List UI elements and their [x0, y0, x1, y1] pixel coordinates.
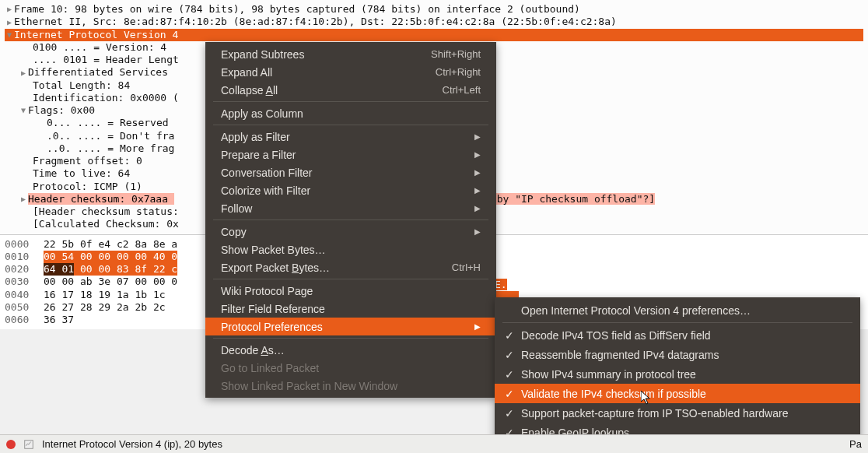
- collapse-icon: ▼: [19, 106, 28, 116]
- submenu-decode-tos[interactable]: ✓Decode IPv4 TOS field as DiffServ field: [495, 325, 860, 345]
- menu-conversation-filter[interactable]: Conversation Filter▶: [205, 163, 496, 181]
- tree-label: 0100 .... = Version: 4: [33, 41, 166, 53]
- tree-label: Time to live: 64: [33, 167, 130, 179]
- tree-row-frame[interactable]: ▶Frame 10: 98 bytes on wire (784 bits), …: [5, 3, 863, 16]
- menu-separator: [213, 219, 488, 220]
- hex-bytes: 00 00 ab 3e 07 00 00 0: [44, 276, 177, 288]
- chevron-right-icon: ▶: [474, 168, 481, 177]
- tree-label: Fragment offset: 0: [33, 155, 142, 167]
- menu-expand-all[interactable]: Expand AllCtrl+Right: [205, 63, 496, 81]
- hex-bytes: 36 37: [44, 314, 74, 326]
- menu-prepare-filter[interactable]: Prepare a Filter▶: [205, 146, 496, 163]
- menu-filter-field-ref[interactable]: Filter Field Reference: [205, 300, 496, 318]
- tree-label-tail: ed by "IP checksum offload"?]: [478, 193, 655, 205]
- accelerator: Ctrl+Right: [436, 66, 481, 78]
- menu-colorize-filter[interactable]: Colorize with Filter▶: [205, 181, 496, 199]
- menu-separator: [213, 101, 488, 102]
- context-menu: Expand SubtreesShift+Right Expand AllCtr…: [205, 42, 496, 398]
- profile-icon: [23, 439, 34, 450]
- tree-row-eth[interactable]: ▶Ethernet II, Src: 8e:ad:87:f4:10:2b (8e…: [5, 16, 863, 28]
- status-bar: Internet Protocol Version 4 (ip), 20 byt…: [0, 434, 868, 453]
- hex-offset: 0040: [5, 289, 44, 301]
- tree-label: Total Length: 84: [33, 79, 130, 91]
- expand-icon: ▶: [5, 18, 14, 28]
- tree-label: Internet Protocol Version 4: [14, 29, 178, 40]
- menu-copy[interactable]: Copy▶: [205, 223, 496, 241]
- chevron-right-icon: ▶: [474, 150, 481, 159]
- menu-show-linked: Show Linked Packet in New Window: [205, 377, 496, 395]
- hex-bytes: 00 00 83 8f 22 c: [74, 263, 177, 276]
- menu-apply-as-filter[interactable]: Apply as Filter▶: [205, 128, 496, 146]
- tree-label: .... 0101 = Header Lengt: [33, 54, 179, 65]
- status-text: Internet Protocol Version 4 (ip), 20 byt…: [42, 438, 222, 450]
- menu-export-packet-bytes[interactable]: Export Packet Bytes…Ctrl+H: [205, 258, 496, 276]
- menu-collapse-all[interactable]: Collapse AllCtrl+Left: [205, 81, 496, 99]
- check-icon: ✓: [504, 329, 515, 342]
- submenu-tso[interactable]: ✓Support packet-capture from IP TSO-enab…: [495, 403, 860, 423]
- hex-bytes: 26 27 28 29 2a 2b 2c: [44, 301, 171, 314]
- protocol-preferences-submenu: Open Internet Protocol Version 4 prefere…: [495, 297, 860, 453]
- capture-status-icon: [6, 440, 16, 449]
- hex-offset: 0030: [5, 276, 44, 288]
- menu-expand-subtrees[interactable]: Expand SubtreesShift+Right: [205, 45, 496, 63]
- submenu-validate-checksum[interactable]: ✓Validate the IPv4 checksum if possible: [495, 384, 860, 403]
- submenu-summary[interactable]: ✓Show IPv4 summary in protocol tree: [495, 364, 860, 384]
- menu-decode-as[interactable]: Decode As…: [205, 341, 496, 359]
- status-right: Pa: [849, 438, 862, 450]
- accelerator: Ctrl+Left: [443, 84, 481, 96]
- menu-show-packet-bytes[interactable]: Show Packet Bytes…: [205, 241, 496, 258]
- tree-label: Identification: 0x0000 (: [33, 92, 179, 104]
- menu-follow[interactable]: Follow▶: [205, 199, 496, 217]
- hex-bytes: 16 17 18 19 1a 1b 1c: [44, 289, 171, 301]
- menu-wiki-protocol[interactable]: Wiki Protocol Page: [205, 282, 496, 300]
- submenu-open-prefs[interactable]: Open Internet Protocol Version 4 prefere…: [495, 300, 860, 320]
- check-icon: ✓: [504, 388, 515, 400]
- hex-bytes: 22 5b 0f e4 c2 8a 8e a: [44, 238, 177, 251]
- hex-offset: 0010: [5, 251, 44, 263]
- tree-label: ..0. .... = More frag: [47, 142, 174, 154]
- accelerator: Ctrl+H: [452, 262, 481, 273]
- tree-label: 0... .... = Reserved: [47, 117, 174, 128]
- tree-label: Frame 10: 98 bytes on wire (784 bits), 9…: [14, 3, 580, 15]
- menu-protocol-preferences[interactable]: Protocol Preferences▶: [205, 318, 496, 335]
- expand-icon: ▶: [5, 5, 14, 15]
- chevron-right-icon: ▶: [474, 227, 481, 236]
- accelerator: Shift+Right: [431, 48, 481, 60]
- hex-offset: 0000: [5, 238, 44, 251]
- tree-label: [Header checksum status:: [33, 205, 179, 217]
- check-icon: ✓: [504, 349, 515, 361]
- menu-separator: [502, 322, 852, 323]
- tree-label: Protocol: ICMP (1): [33, 181, 142, 192]
- menu-separator: [213, 338, 488, 339]
- chevron-right-icon: ▶: [474, 322, 481, 331]
- tree-row-ip[interactable]: ▼Internet Protocol Version 4: [5, 29, 863, 41]
- tree-label: Header checksum: 0x7aaa: [28, 193, 174, 205]
- expand-icon: ▶: [19, 68, 28, 79]
- chevron-right-icon: ▶: [474, 132, 481, 141]
- hex-bytes: 64 01: [44, 263, 74, 276]
- check-icon: ✓: [504, 407, 515, 420]
- check-icon: ✓: [504, 368, 515, 381]
- chevron-right-icon: ▶: [474, 204, 481, 212]
- hex-offset: 0050: [5, 301, 44, 314]
- cursor-icon: [641, 391, 653, 406]
- tree-label: Ethernet II, Src: 8e:ad:87:f4:10:2b (8e:…: [14, 16, 617, 27]
- hex-offset: 0060: [5, 314, 44, 326]
- tree-label: [Calculated Checksum: 0x: [33, 218, 179, 230]
- tree-label: Flags: 0x00: [28, 104, 95, 116]
- menu-separator: [213, 279, 488, 279]
- menu-separator: [213, 125, 488, 125]
- chevron-right-icon: ▶: [474, 186, 481, 195]
- hex-bytes: 00 54 00 00 00 00 40 0: [44, 251, 177, 263]
- menu-apply-as-column[interactable]: Apply as Column: [205, 104, 496, 122]
- hex-offset: 0020: [5, 263, 44, 276]
- tree-label: Differentiated Services: [28, 66, 168, 78]
- menu-go-linked: Go to Linked Packet: [205, 359, 496, 377]
- expand-icon: ▶: [19, 195, 28, 205]
- submenu-reassemble[interactable]: ✓Reassemble fragmented IPv4 datagrams: [495, 345, 860, 364]
- tree-label: .0.. .... = Don't fra: [47, 130, 174, 142]
- collapse-icon: ▼: [5, 30, 14, 40]
